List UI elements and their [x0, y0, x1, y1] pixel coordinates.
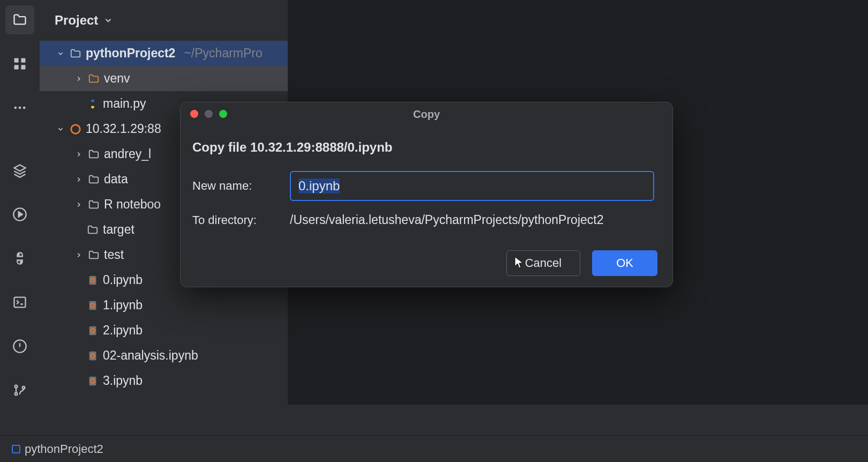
chevron-right-icon[interactable]: [74, 150, 84, 159]
copy-dialog: Copy Copy file 10.32.1.29:8888/0.ipynb N…: [180, 102, 673, 287]
tree-label: pythonProject2: [86, 46, 175, 61]
tree-item-nb3[interactable]: 3.ipynb: [40, 368, 288, 393]
tree-label: data: [104, 172, 128, 187]
svg-rect-1: [21, 58, 25, 63]
folder-icon: [87, 224, 99, 236]
dialog-title: Copy: [413, 108, 440, 121]
chevron-down-icon[interactable]: [56, 49, 65, 58]
python-console-tool-button[interactable]: [5, 244, 34, 273]
more-tool-button[interactable]: [5, 93, 34, 122]
layers-tool-button[interactable]: [5, 156, 34, 185]
new-name-row: New name:: [192, 171, 654, 201]
new-name-input[interactable]: [290, 171, 654, 201]
chevron-down-icon[interactable]: [56, 124, 65, 134]
structure-tool-button[interactable]: [5, 49, 34, 78]
chevron-right-icon[interactable]: [74, 250, 84, 260]
cancel-button[interactable]: Cancel: [506, 250, 580, 276]
svg-point-8: [18, 254, 19, 255]
folder-icon: [70, 48, 81, 59]
to-directory-label: To directory:: [192, 213, 290, 227]
notebook-icon: [87, 325, 99, 337]
chevron-right-icon[interactable]: [74, 175, 84, 184]
tree-label: 1.ipynb: [103, 298, 143, 312]
to-directory-value: /Users/valeria.letusheva/PycharmProjects…: [290, 213, 654, 227]
svg-rect-3: [21, 65, 25, 69]
zoom-icon[interactable]: [219, 110, 227, 118]
chevron-down-icon: [103, 16, 113, 25]
branch-icon: [12, 383, 27, 398]
tree-label: 0.ipynb: [103, 273, 143, 287]
status-text: pythonProject2: [25, 442, 103, 456]
folder-icon: [88, 249, 100, 261]
dialog-heading: Copy file 10.32.1.29:8888/0.ipynb: [192, 140, 654, 155]
terminal-icon: [12, 295, 27, 310]
more-icon: [12, 100, 27, 115]
tree-label: venv: [104, 71, 130, 86]
svg-point-4: [14, 107, 17, 109]
tree-label: R noteboo: [104, 197, 161, 212]
run-tool-button[interactable]: [5, 200, 34, 229]
tree-label: main.py: [103, 96, 146, 111]
module-icon: [12, 445, 20, 453]
left-toolbar: [0, 0, 40, 405]
svg-rect-2: [14, 65, 19, 69]
folder-icon: [88, 148, 100, 160]
folder-icon: [12, 12, 27, 27]
project-panel-header[interactable]: Project: [40, 0, 288, 41]
new-name-label: New name:: [192, 179, 290, 193]
notebook-icon: [87, 350, 99, 362]
minimize-icon: [205, 110, 213, 118]
notebook-icon: [87, 300, 99, 311]
to-directory-row: To directory: /Users/valeria.letusheva/P…: [192, 213, 654, 227]
project-tool-button[interactable]: [5, 5, 34, 34]
notebook-icon: [87, 274, 99, 286]
tree-label: 3.ipynb: [103, 374, 143, 388]
tree-item-nb1[interactable]: 1.ipynb: [40, 293, 288, 318]
tree-label: test: [104, 248, 124, 262]
svg-point-9: [20, 262, 21, 263]
chevron-right-icon[interactable]: [74, 74, 84, 84]
svg-point-5: [19, 107, 21, 109]
tree-label: 02-analysis.ipynb: [103, 348, 198, 363]
layers-icon: [12, 163, 27, 178]
ok-button[interactable]: OK: [592, 250, 657, 276]
grid-icon: [12, 56, 27, 71]
vcs-tool-button[interactable]: [5, 376, 34, 405]
tree-label: 2.ipynb: [103, 323, 143, 338]
tree-label: target: [103, 222, 134, 237]
folder-icon: [88, 199, 100, 211]
tree-item-nb2[interactable]: 2.ipynb: [40, 318, 288, 343]
python-icon: [12, 251, 27, 266]
problems-tool-button[interactable]: [5, 332, 34, 361]
python-file-icon: [87, 98, 99, 110]
tree-label: andrey_l: [104, 147, 151, 161]
project-panel-title: Project: [55, 13, 98, 28]
jupyter-server-icon: [70, 123, 81, 135]
svg-point-15: [71, 124, 80, 133]
chevron-right-icon[interactable]: [74, 200, 84, 210]
play-circle-icon: [12, 207, 27, 222]
window-controls: [190, 110, 227, 118]
dialog-titlebar: Copy: [181, 102, 672, 126]
svg-rect-10: [14, 297, 26, 308]
tree-root[interactable]: pythonProject2 ~/PycharmPro: [40, 41, 288, 66]
close-icon[interactable]: [190, 110, 198, 118]
tree-item-venv[interactable]: venv: [40, 66, 288, 91]
folder-icon: [88, 73, 100, 85]
notebook-icon: [87, 375, 99, 387]
terminal-tool-button[interactable]: [5, 288, 34, 317]
svg-rect-0: [14, 58, 19, 63]
status-bar: pythonProject2: [0, 435, 868, 462]
tree-path: ~/PycharmPro: [184, 46, 262, 61]
tree-label: 10.32.1.29:88: [86, 122, 161, 136]
folder-icon: [88, 174, 100, 185]
warning-circle-icon: [12, 339, 27, 354]
svg-point-6: [23, 107, 26, 109]
tree-item-nb02[interactable]: 02-analysis.ipynb: [40, 343, 288, 368]
